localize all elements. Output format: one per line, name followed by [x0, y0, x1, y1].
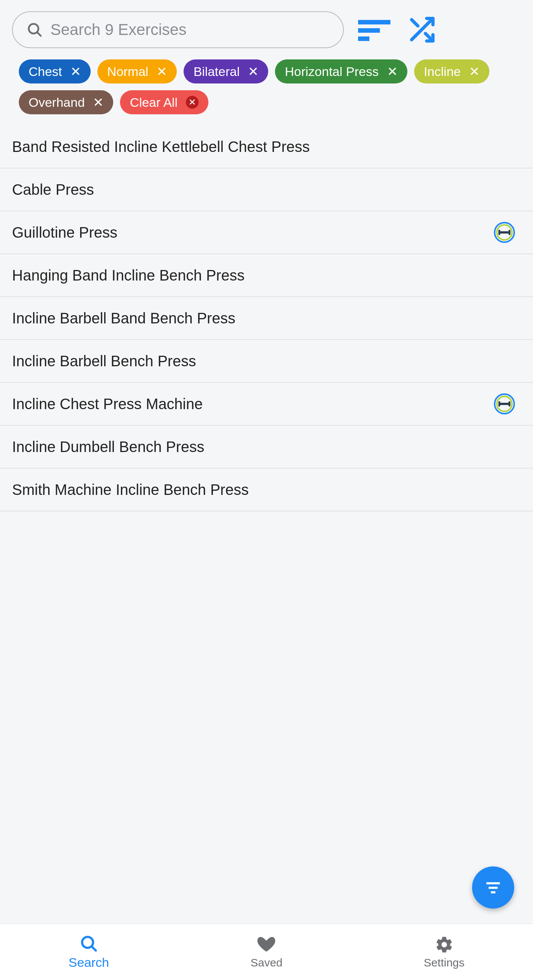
close-icon[interactable]: ✕ [469, 65, 480, 78]
exercise-name: Incline Barbell Bench Press [12, 353, 196, 370]
exercise-name: Cable Press [12, 181, 94, 198]
close-icon[interactable]: ✕ [156, 65, 167, 78]
filter-chip[interactable]: Incline✕ [414, 59, 489, 83]
svg-rect-19 [488, 887, 498, 889]
exercise-row[interactable]: Incline Dumbell Bench Press [0, 426, 533, 469]
svg-rect-2 [358, 20, 390, 24]
close-icon[interactable]: ✕ [93, 96, 103, 109]
filter-chip-label: Chest [29, 64, 62, 79]
svg-line-7 [412, 19, 418, 26]
svg-line-1 [37, 32, 41, 36]
exercise-name: Incline Barbell Band Bench Press [12, 310, 235, 327]
filter-chip[interactable]: Bilateral✕ [183, 59, 268, 83]
nav-saved[interactable]: Saved [178, 924, 355, 980]
svg-rect-20 [491, 891, 495, 894]
sort-button[interactable] [357, 13, 391, 47]
filter-fab[interactable] [472, 866, 514, 908]
svg-rect-12 [509, 230, 511, 235]
gear-icon [435, 935, 453, 954]
exercise-row[interactable]: Cable Press [0, 169, 533, 212]
search-icon [80, 934, 98, 953]
filter-chip-label: Overhand [29, 95, 84, 110]
svg-rect-11 [498, 230, 500, 235]
exercise-row[interactable]: Incline Barbell Bench Press [0, 340, 533, 383]
exercise-name: Smith Machine Incline Bench Press [12, 481, 249, 498]
svg-rect-18 [486, 882, 500, 885]
svg-rect-16 [498, 401, 500, 407]
filter-chip-label: Normal [107, 64, 149, 79]
clear-all-chip[interactable]: Clear All✕ [120, 90, 208, 115]
exercise-row[interactable]: Smith Machine Incline Bench Press [0, 469, 533, 511]
shuffle-icon [407, 15, 437, 45]
heart-icon [257, 935, 276, 954]
exercise-row[interactable]: Hanging Band Incline Bench Press [0, 254, 533, 297]
exercise-name: Hanging Band Incline Bench Press [12, 267, 245, 284]
filter-chip[interactable]: Overhand✕ [19, 90, 113, 115]
filter-chip[interactable]: Normal✕ [97, 59, 177, 83]
nav-search-label: Search [68, 955, 109, 970]
svg-rect-15 [499, 403, 510, 405]
bottom-nav: Search Saved Settings [0, 924, 533, 980]
close-icon[interactable]: ✕ [186, 96, 199, 109]
nav-settings-label: Settings [424, 956, 465, 969]
exercise-list: Band Resisted Incline Kettlebell Chest P… [0, 126, 533, 924]
svg-line-22 [92, 947, 96, 951]
shuffle-button[interactable] [405, 13, 439, 47]
top-bar [0, 0, 533, 59]
sort-icon [358, 18, 390, 41]
nav-saved-label: Saved [250, 956, 283, 969]
exercise-row[interactable]: Incline Chest Press Machine [0, 383, 533, 426]
exercise-name: Incline Chest Press Machine [12, 396, 203, 412]
exercise-row[interactable]: Incline Barbell Band Bench Press [0, 297, 533, 340]
search-icon [24, 19, 45, 40]
close-icon[interactable]: ✕ [70, 65, 81, 78]
exercise-row[interactable]: Guillotine Press [0, 212, 533, 254]
filter-chip-label: Incline [424, 64, 461, 79]
filter-icon [484, 878, 502, 897]
close-icon[interactable]: ✕ [248, 65, 258, 78]
svg-rect-3 [358, 28, 380, 33]
exercise-row[interactable]: Band Resisted Incline Kettlebell Chest P… [0, 126, 533, 169]
close-icon[interactable]: ✕ [387, 65, 398, 78]
nav-settings[interactable]: Settings [355, 924, 533, 980]
exercise-name: Incline Dumbell Bench Press [12, 439, 204, 455]
filter-chip[interactable]: Chest✕ [19, 59, 91, 83]
filter-chip-label: Bilateral [193, 64, 240, 79]
filter-chip-label: Horizontal Press [285, 64, 379, 79]
svg-rect-10 [499, 231, 510, 234]
clear-all-label: Clear All [130, 95, 178, 110]
filter-chip[interactable]: Horizontal Press✕ [275, 59, 407, 83]
filter-chip-row: Chest✕Normal✕Bilateral✕Horizontal Press✕… [0, 59, 533, 126]
nav-search[interactable]: Search [0, 924, 178, 980]
svg-rect-17 [509, 401, 511, 407]
svg-rect-4 [358, 37, 369, 41]
exercise-badge-icon [494, 222, 515, 243]
exercise-name: Band Resisted Incline Kettlebell Chest P… [12, 138, 310, 155]
exercise-badge-icon [494, 393, 515, 414]
search-box[interactable] [12, 11, 344, 48]
search-input[interactable] [45, 21, 332, 39]
exercise-name: Guillotine Press [12, 224, 117, 241]
